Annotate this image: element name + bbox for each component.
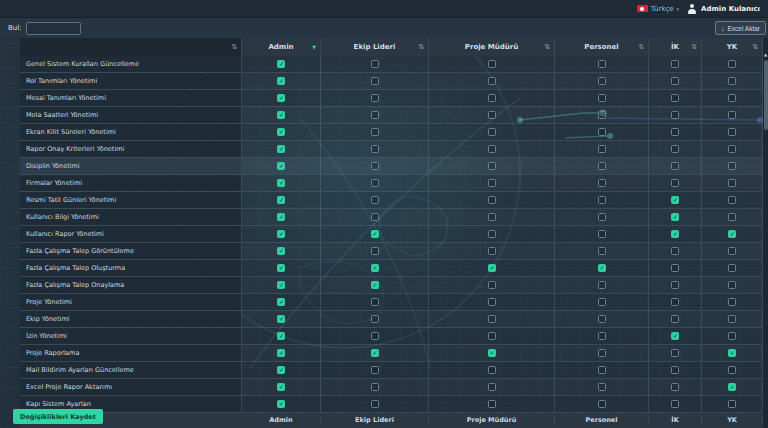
checkbox-i-k-unchecked[interactable] xyxy=(671,60,679,68)
checkbox-i-k-unchecked[interactable] xyxy=(671,264,679,272)
checkbox-ekip-lideri-unchecked[interactable] xyxy=(371,94,379,102)
checkbox-ekip-lideri-unchecked[interactable] xyxy=(371,77,379,85)
checkbox-proje-m-d-r--unchecked[interactable] xyxy=(488,94,496,102)
checkbox-ekip-lideri-checked[interactable] xyxy=(371,281,379,289)
sort-icon[interactable]: ⇅ xyxy=(231,43,237,51)
checkbox-admin-checked[interactable] xyxy=(277,315,285,323)
checkbox-yk-unchecked[interactable] xyxy=(728,315,736,323)
column-header-i-k[interactable]: İK⇅ xyxy=(649,38,702,56)
checkbox-ekip-lideri-unchecked[interactable] xyxy=(371,196,379,204)
checkbox-personel-unchecked[interactable] xyxy=(598,60,606,68)
checkbox-personel-unchecked[interactable] xyxy=(598,145,606,153)
sort-icon[interactable]: ⇅ xyxy=(544,43,550,51)
checkbox-proje-m-d-r--unchecked[interactable] xyxy=(488,145,496,153)
checkbox-ekip-lideri-unchecked[interactable] xyxy=(371,145,379,153)
checkbox-yk-unchecked[interactable] xyxy=(728,111,736,119)
checkbox-proje-m-d-r--unchecked[interactable] xyxy=(488,366,496,374)
checkbox-admin-checked[interactable] xyxy=(277,111,285,119)
user-menu[interactable]: Admin Kulanıcı xyxy=(687,4,760,14)
checkbox-personel-unchecked[interactable] xyxy=(598,77,606,85)
sort-icon[interactable]: ⇅ xyxy=(752,43,758,51)
checkbox-ekip-lideri-unchecked[interactable] xyxy=(371,400,379,408)
checkbox-admin-checked[interactable] xyxy=(277,247,285,255)
checkbox-ekip-lideri-unchecked[interactable] xyxy=(371,383,379,391)
checkbox-personel-unchecked[interactable] xyxy=(598,94,606,102)
column-header-ekip-lideri[interactable]: Ekip Lideri⇅ xyxy=(321,38,429,56)
checkbox-i-k-unchecked[interactable] xyxy=(671,77,679,85)
checkbox-proje-m-d-r--unchecked[interactable] xyxy=(488,162,496,170)
checkbox-personel-unchecked[interactable] xyxy=(598,332,606,340)
checkbox-i-k-unchecked[interactable] xyxy=(671,315,679,323)
sort-icon[interactable]: ⇅ xyxy=(638,43,644,51)
checkbox-yk-unchecked[interactable] xyxy=(728,179,736,187)
checkbox-admin-checked[interactable] xyxy=(277,281,285,289)
checkbox-yk-unchecked[interactable] xyxy=(728,298,736,306)
checkbox-i-k-unchecked[interactable] xyxy=(671,400,679,408)
checkbox-yk-unchecked[interactable] xyxy=(728,162,736,170)
checkbox-ekip-lideri-unchecked[interactable] xyxy=(371,366,379,374)
checkbox-personel-unchecked[interactable] xyxy=(598,247,606,255)
checkbox-yk-unchecked[interactable] xyxy=(728,264,736,272)
checkbox-personel-unchecked[interactable] xyxy=(598,196,606,204)
column-header-personel[interactable]: Personel⇅ xyxy=(555,38,649,56)
checkbox-ekip-lideri-checked[interactable] xyxy=(371,349,379,357)
checkbox-personel-unchecked[interactable] xyxy=(598,383,606,391)
vertical-scrollbar[interactable]: ▲ xyxy=(763,38,768,428)
checkbox-proje-m-d-r--unchecked[interactable] xyxy=(488,281,496,289)
checkbox-yk-unchecked[interactable] xyxy=(728,247,736,255)
checkbox-ekip-lideri-unchecked[interactable] xyxy=(371,213,379,221)
checkbox-i-k-unchecked[interactable] xyxy=(671,94,679,102)
checkbox-ekip-lideri-checked[interactable] xyxy=(371,264,379,272)
checkbox-yk-unchecked[interactable] xyxy=(728,332,736,340)
checkbox-i-k-checked[interactable] xyxy=(671,213,679,221)
checkbox-admin-checked[interactable] xyxy=(277,179,285,187)
checkbox-i-k-unchecked[interactable] xyxy=(671,298,679,306)
checkbox-i-k-unchecked[interactable] xyxy=(671,281,679,289)
checkbox-i-k-checked[interactable] xyxy=(671,332,679,340)
checkbox-proje-m-d-r--unchecked[interactable] xyxy=(488,111,496,119)
checkbox-admin-checked[interactable] xyxy=(277,230,285,238)
checkbox-i-k-checked[interactable] xyxy=(671,230,679,238)
checkbox-admin-checked[interactable] xyxy=(277,332,285,340)
checkbox-ekip-lideri-unchecked[interactable] xyxy=(371,247,379,255)
checkbox-yk-unchecked[interactable] xyxy=(728,400,736,408)
checkbox-i-k-unchecked[interactable] xyxy=(671,111,679,119)
checkbox-personel-unchecked[interactable] xyxy=(598,298,606,306)
checkbox-admin-checked[interactable] xyxy=(277,145,285,153)
checkbox-yk-unchecked[interactable] xyxy=(728,145,736,153)
column-header-admin[interactable]: Admin▼ xyxy=(242,38,321,56)
checkbox-yk-unchecked[interactable] xyxy=(728,94,736,102)
checkbox-proje-m-d-r--checked[interactable] xyxy=(488,264,496,272)
checkbox-proje-m-d-r--unchecked[interactable] xyxy=(488,247,496,255)
checkbox-proje-m-d-r--unchecked[interactable] xyxy=(488,213,496,221)
checkbox-admin-checked[interactable] xyxy=(277,400,285,408)
search-input[interactable] xyxy=(26,22,81,35)
checkbox-admin-checked[interactable] xyxy=(277,94,285,102)
column-header-yk[interactable]: YK⇅ xyxy=(702,38,763,56)
checkbox-ekip-lideri-unchecked[interactable] xyxy=(371,128,379,136)
checkbox-proje-m-d-r--unchecked[interactable] xyxy=(488,298,496,306)
checkbox-i-k-unchecked[interactable] xyxy=(671,162,679,170)
checkbox-proje-m-d-r--unchecked[interactable] xyxy=(488,332,496,340)
checkbox-personel-unchecked[interactable] xyxy=(598,281,606,289)
checkbox-yk-checked[interactable] xyxy=(728,383,736,391)
checkbox-personel-unchecked[interactable] xyxy=(598,349,606,357)
checkbox-i-k-unchecked[interactable] xyxy=(671,247,679,255)
scroll-up-icon[interactable]: ▲ xyxy=(764,52,768,57)
checkbox-proje-m-d-r--unchecked[interactable] xyxy=(488,196,496,204)
checkbox-yk-unchecked[interactable] xyxy=(728,366,736,374)
sort-icon[interactable]: ⇅ xyxy=(418,43,424,51)
checkbox-i-k-unchecked[interactable] xyxy=(671,179,679,187)
checkbox-i-k-unchecked[interactable] xyxy=(671,366,679,374)
language-selector[interactable]: Türkçe ▾ xyxy=(637,5,679,13)
checkbox-personel-unchecked[interactable] xyxy=(598,162,606,170)
save-changes-button[interactable]: Değişiklikleri Kaydet xyxy=(13,409,103,424)
checkbox-yk-checked[interactable] xyxy=(728,230,736,238)
checkbox-ekip-lideri-unchecked[interactable] xyxy=(371,298,379,306)
checkbox-personel-unchecked[interactable] xyxy=(598,230,606,238)
checkbox-ekip-lideri-unchecked[interactable] xyxy=(371,111,379,119)
checkbox-proje-m-d-r--unchecked[interactable] xyxy=(488,315,496,323)
checkbox-personel-unchecked[interactable] xyxy=(598,400,606,408)
checkbox-personel-checked[interactable] xyxy=(598,264,606,272)
checkbox-yk-unchecked[interactable] xyxy=(728,213,736,221)
